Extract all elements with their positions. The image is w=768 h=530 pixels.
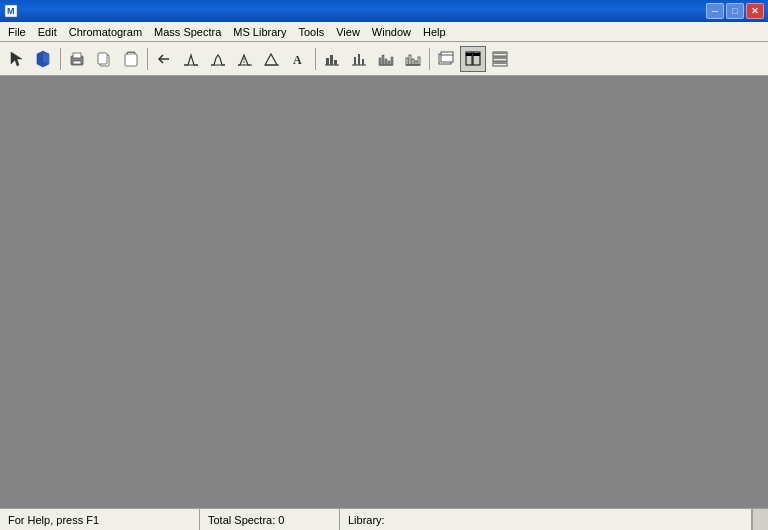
window-controls: ─ □ ✕ bbox=[706, 3, 764, 19]
svg-text:M: M bbox=[7, 6, 15, 16]
svg-rect-11 bbox=[125, 54, 137, 66]
menu-view[interactable]: View bbox=[330, 24, 366, 40]
main-content bbox=[0, 76, 768, 508]
menu-file[interactable]: File bbox=[2, 24, 32, 40]
menu-edit[interactable]: Edit bbox=[32, 24, 63, 40]
svg-rect-32 bbox=[385, 59, 387, 65]
svg-rect-42 bbox=[441, 52, 453, 62]
status-library: Library: bbox=[340, 509, 752, 530]
menu-ms-library[interactable]: MS Library bbox=[227, 24, 292, 40]
svg-rect-36 bbox=[406, 58, 408, 65]
toolbar-copy-btn[interactable] bbox=[91, 46, 117, 72]
status-help: For Help, press F1 bbox=[0, 509, 200, 530]
minimize-button[interactable]: ─ bbox=[706, 3, 724, 19]
toolbar-window3-btn[interactable] bbox=[487, 46, 513, 72]
menu-window[interactable]: Window bbox=[366, 24, 417, 40]
svg-marker-19 bbox=[265, 54, 277, 65]
toolbar-sep-4 bbox=[429, 48, 430, 70]
toolbar-window1-btn[interactable] bbox=[433, 46, 459, 72]
svg-rect-37 bbox=[409, 55, 411, 65]
svg-rect-34 bbox=[391, 57, 393, 65]
toolbar-peak3-btn[interactable] bbox=[232, 46, 258, 72]
toolbar-sep-2 bbox=[147, 48, 148, 70]
toolbar-bar1-btn[interactable] bbox=[319, 46, 345, 72]
svg-marker-2 bbox=[11, 52, 22, 66]
menu-bar: File Edit Chromatogram Mass Spectra MS L… bbox=[0, 22, 768, 42]
menu-help[interactable]: Help bbox=[417, 24, 452, 40]
toolbar-window2-btn[interactable] bbox=[460, 46, 486, 72]
toolbar-bar3-btn[interactable] bbox=[373, 46, 399, 72]
svg-rect-46 bbox=[466, 53, 472, 56]
svg-rect-30 bbox=[379, 58, 381, 65]
svg-rect-22 bbox=[326, 58, 329, 65]
close-button[interactable]: ✕ bbox=[746, 3, 764, 19]
status-bar: For Help, press F1 Total Spectra: 0 Libr… bbox=[0, 508, 768, 530]
svg-rect-33 bbox=[388, 61, 390, 65]
svg-rect-12 bbox=[128, 53, 134, 55]
toolbar-cursor-btn[interactable] bbox=[4, 46, 30, 72]
toolbar-paste-btn[interactable] bbox=[118, 46, 144, 72]
svg-rect-47 bbox=[473, 53, 480, 56]
app-icon: M bbox=[4, 4, 18, 18]
svg-rect-52 bbox=[493, 57, 507, 59]
svg-rect-7 bbox=[73, 61, 81, 64]
toolbar-bar2-btn[interactable] bbox=[346, 46, 372, 72]
svg-rect-38 bbox=[412, 59, 414, 65]
toolbar-peak4-btn[interactable] bbox=[259, 46, 285, 72]
toolbar-bar4-btn[interactable] bbox=[400, 46, 426, 72]
menu-tools[interactable]: Tools bbox=[293, 24, 331, 40]
toolbar-text-btn[interactable]: A bbox=[286, 46, 312, 72]
toolbar-zoom-in-btn[interactable] bbox=[31, 46, 57, 72]
title-bar: M ─ □ ✕ bbox=[0, 0, 768, 22]
maximize-button[interactable]: □ bbox=[726, 3, 744, 19]
menu-mass-spectra[interactable]: Mass Spectra bbox=[148, 24, 227, 40]
status-corner bbox=[752, 509, 768, 531]
svg-rect-31 bbox=[382, 55, 384, 65]
svg-rect-6 bbox=[73, 53, 81, 58]
svg-rect-23 bbox=[330, 55, 333, 65]
svg-text:A: A bbox=[293, 53, 302, 67]
toolbar-peak1-btn[interactable] bbox=[178, 46, 204, 72]
status-total-spectra: Total Spectra: 0 bbox=[200, 509, 340, 530]
svg-rect-53 bbox=[493, 62, 507, 64]
svg-rect-39 bbox=[415, 61, 417, 65]
toolbar-sep-3 bbox=[315, 48, 316, 70]
svg-rect-24 bbox=[334, 60, 337, 65]
svg-rect-9 bbox=[98, 53, 107, 64]
toolbar-sep-1 bbox=[60, 48, 61, 70]
toolbar-print-btn[interactable] bbox=[64, 46, 90, 72]
svg-rect-51 bbox=[493, 52, 507, 54]
toolbar-peak2-btn[interactable] bbox=[205, 46, 231, 72]
title-bar-left: M bbox=[4, 4, 18, 18]
toolbar-arrow-left-btn[interactable] bbox=[151, 46, 177, 72]
svg-rect-40 bbox=[418, 57, 420, 65]
toolbar: A bbox=[0, 42, 768, 76]
menu-chromatogram[interactable]: Chromatogram bbox=[63, 24, 148, 40]
